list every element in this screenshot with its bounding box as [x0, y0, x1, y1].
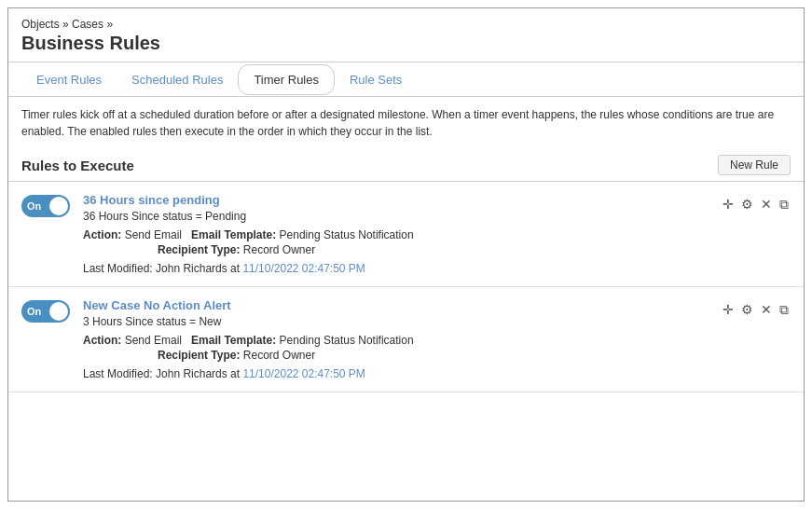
toggle-rule-1[interactable]: On [21, 195, 70, 220]
rule-1-desc: 36 Hours Since status = Pending [83, 210, 708, 223]
close-icon-2[interactable]: ✕ [759, 300, 774, 319]
tab-scheduled-rules[interactable]: Scheduled Rules [117, 65, 238, 94]
rule-2-modified-text: Last Modified: John Richards at [83, 367, 242, 380]
breadcrumb-objects[interactable]: Objects [21, 18, 60, 31]
description-text: Timer rules kick off at a scheduled dura… [21, 108, 774, 138]
move-icon-2[interactable]: ✛ [721, 300, 736, 319]
page-title: Business Rules [8, 33, 804, 62]
rule-2-recipient: Recipient Type: Record Owner [83, 349, 708, 362]
table-row: On New Case No Action Alert 3 Hours Sinc… [8, 287, 804, 392]
rule-2-name[interactable]: New Case No Action Alert [83, 298, 708, 312]
tab-bar: Event Rules Scheduled Rules Timer Rules … [8, 62, 804, 97]
table-row: On 36 Hours since pending 36 Hours Since… [8, 182, 804, 287]
rule-1-action-type: Send Email [125, 228, 182, 241]
toggle-knob-2 [49, 302, 68, 321]
rules-header: Rules to Execute New Rule [8, 149, 804, 181]
breadcrumb-sep2: » [103, 18, 113, 31]
rule-1-name[interactable]: 36 Hours since pending [83, 193, 708, 207]
rule-2-email-template-label: Email Template: [191, 334, 276, 347]
toggle-label-1: On [27, 200, 41, 212]
gear-icon-2[interactable]: ⚙ [739, 300, 755, 319]
rule-2-email-template: Pending Status Notification [280, 334, 414, 347]
tab-rule-sets[interactable]: Rule Sets [335, 65, 417, 94]
breadcrumb: Objects » Cases » [8, 8, 804, 33]
gear-icon-1[interactable]: ⚙ [739, 195, 755, 213]
toggle-label-2: On [27, 306, 41, 317]
toggle-knob-1 [49, 197, 68, 215]
rule-2-action-label: Action: [83, 334, 121, 347]
toggle-rule-2[interactable]: On [21, 300, 70, 325]
rule-2-action-type: Send Email [125, 334, 182, 347]
rule-2-recipient-value: Record Owner [243, 349, 315, 362]
rule-list: On 36 Hours since pending 36 Hours Since… [8, 181, 804, 392]
rule-1-action-label: Action: [83, 228, 121, 241]
rule-1-modified-text: Last Modified: John Richards at [83, 262, 242, 275]
description-box: Timer rules kick off at a scheduled dura… [8, 97, 804, 149]
move-icon-1[interactable]: ✛ [721, 195, 736, 213]
rule-1-recipient-label: Recipient Type: [158, 243, 240, 256]
close-icon-1[interactable]: ✕ [759, 195, 774, 213]
rule-1-action: Action: Send Email Email Template: Pendi… [83, 228, 708, 241]
rule-2-action: Action: Send Email Email Template: Pendi… [83, 334, 708, 347]
rule-1-recipient: Recipient Type: Record Owner [83, 243, 708, 256]
rule-2-desc: 3 Hours Since status = New [83, 315, 708, 328]
copy-icon-2[interactable]: ⧉ [778, 300, 791, 320]
tab-timer-rules[interactable]: Timer Rules [238, 64, 335, 95]
rule-2-modified-date: 11/10/2022 02:47:50 PM [242, 367, 365, 380]
copy-icon-1[interactable]: ⧉ [778, 195, 791, 214]
tab-event-rules[interactable]: Event Rules [21, 65, 117, 94]
rule-1-recipient-value: Record Owner [243, 243, 315, 256]
rule-1-actions: ✛ ⚙ ✕ ⧉ [721, 193, 791, 214]
rule-2-content: New Case No Action Alert 3 Hours Since s… [83, 298, 708, 380]
rules-section-title: Rules to Execute [21, 158, 134, 173]
rule-1-content: 36 Hours since pending 36 Hours Since st… [83, 193, 708, 275]
toggle-switch-1[interactable]: On [21, 195, 70, 217]
rule-2-actions: ✛ ⚙ ✕ ⧉ [721, 298, 791, 320]
rule-1-modified: Last Modified: John Richards at 11/10/20… [83, 262, 708, 275]
rule-2-modified: Last Modified: John Richards at 11/10/20… [83, 367, 708, 380]
rule-2-recipient-label: Recipient Type: [158, 349, 240, 362]
rule-1-email-template-label: Email Template: [191, 228, 276, 241]
rule-1-modified-date: 11/10/2022 02:47:50 PM [242, 262, 365, 275]
toggle-switch-2[interactable]: On [21, 300, 70, 323]
breadcrumb-cases[interactable]: Cases [72, 18, 103, 31]
breadcrumb-sep1: » [60, 18, 72, 31]
main-container: Objects » Cases » Business Rules Event R… [7, 7, 805, 502]
new-rule-button[interactable]: New Rule [718, 155, 791, 175]
rule-1-email-template: Pending Status Notification [280, 228, 414, 241]
